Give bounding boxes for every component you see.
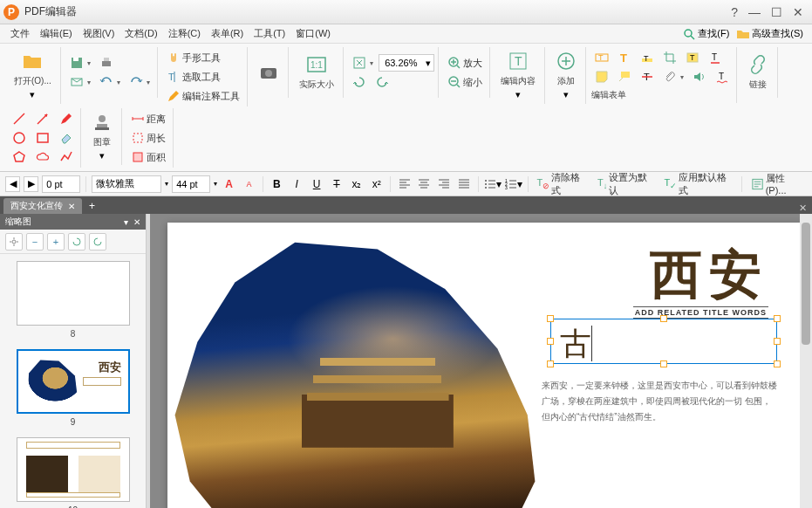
align-center-button[interactable] [416,175,433,193]
italic-button[interactable]: I [289,175,305,193]
menu-window[interactable]: 窗口(W) [290,27,336,40]
tab-close-button[interactable]: ✕ [68,202,75,211]
thumb-rotate-right-button[interactable] [89,233,106,251]
rect-button[interactable] [32,129,53,147]
rotate-left-button[interactable] [349,73,370,91]
menu-document[interactable]: 文档(D) [119,27,162,40]
apply-default-button[interactable]: T✓ 应用默认格式 [661,172,736,196]
superscript-button[interactable]: x² [368,175,385,193]
minimize-button[interactable]: — [748,5,761,19]
text-button[interactable]: T [614,49,635,66]
resize-handle-mr[interactable] [774,338,781,345]
print-button[interactable] [96,54,117,72]
font-grow-button[interactable]: A [221,175,237,193]
circle-button[interactable] [9,129,30,147]
note-button[interactable] [591,68,612,86]
indent-value-input[interactable] [42,175,80,193]
add-tab-button[interactable]: + [84,198,100,214]
area-button[interactable]: 面积 [127,148,169,166]
font-shrink-button[interactable]: A [241,175,257,193]
menu-view[interactable]: 视图(V) [78,27,120,40]
font-size-input[interactable] [172,175,210,193]
number-list-button[interactable]: 123▾ [505,175,522,193]
align-right-button[interactable] [436,175,453,193]
set-default-button[interactable]: T↓ 设置为默认 [594,172,658,196]
polyline-button[interactable] [56,148,77,166]
close-button[interactable]: ✕ [793,5,803,19]
resize-handle-br[interactable] [774,360,781,367]
open-button[interactable]: 打开(O)...▾ [9,49,57,102]
actual-size-button[interactable]: 1:1 实际大小 [294,52,339,93]
align-left-button[interactable] [396,175,413,193]
snapshot-button[interactable] [253,60,284,85]
document-page[interactable]: 西安 ADD RELATED TITLE WORDS 古 来西安，一定要来钟楼，… [167,223,803,508]
menu-tool[interactable]: 工具(T) [249,27,290,40]
find-button[interactable]: 查找(F) [679,27,733,41]
menu-file[interactable]: 文件 [5,27,35,40]
editing-textbox[interactable]: 古 [550,319,777,364]
resize-handle-bm[interactable] [660,360,667,367]
help-button[interactable]: ? [731,5,738,19]
highlight-button[interactable]: T [637,49,658,66]
bullet-list-button[interactable]: ▾ [484,175,502,193]
canvas[interactable]: 西安 ADD RELATED TITLE WORDS 古 来西安，一定要来钟楼，… [150,214,812,508]
vertical-scrollbar[interactable] [800,214,812,508]
menu-edit[interactable]: 编辑(E) [35,27,78,40]
thumbnail-9[interactable]: 西安 9 [7,349,139,427]
zoom-level-input[interactable]: ▾ [379,54,434,72]
text-field-button[interactable]: T [591,49,612,66]
clear-format-button[interactable]: T⊘ 清除格式 [534,172,590,196]
sidebar-menu-button[interactable]: ▾ [124,217,128,227]
line-button[interactable] [9,110,30,127]
resize-handle-bl[interactable] [547,360,554,367]
properties-button[interactable]: 属性(P)... [747,172,807,196]
adv-find-button[interactable]: 高级查找(S) [733,27,807,41]
indent-right-button[interactable]: ▶ [24,176,38,192]
subscript-button[interactable]: x₂ [348,175,365,193]
polygon-button[interactable] [9,148,30,166]
edit-comment-tool-button[interactable]: 编辑注释工具 [163,87,243,105]
menu-form[interactable]: 表单(R) [206,27,249,40]
scrollbar-thumb[interactable] [802,223,810,345]
email-button[interactable]: ▾ [66,73,94,91]
thumbnail-8[interactable]: 8 [7,261,139,339]
cloud-button[interactable] [32,148,53,166]
zoom-out-button[interactable]: 缩小 [444,73,486,91]
resize-handle-tl[interactable] [547,315,554,322]
squiggly-button[interactable]: T [712,68,733,86]
thumb-settings-button[interactable] [5,233,23,251]
edit-content-button[interactable]: T 编辑内容▾ [495,49,541,102]
links-button[interactable]: 链接 [742,52,774,93]
resize-handle-tm[interactable] [660,315,667,322]
menu-comment[interactable]: 注释(C) [163,27,206,40]
distance-button[interactable]: 距离 [127,110,169,127]
text-box-button[interactable]: T [682,49,703,66]
sound-button[interactable] [689,68,710,86]
thumb-zoom-out-button[interactable]: − [26,233,44,251]
sidebar-close-button[interactable]: ✕ [133,217,140,227]
resize-handle-tr[interactable] [774,315,781,322]
strike-button[interactable]: T [329,175,345,193]
thumbnails-list[interactable]: 8 西安 9 10 [0,254,146,508]
add-button[interactable]: 添加▾ [550,49,582,102]
align-justify-button[interactable] [456,175,473,193]
thumbnail-10[interactable]: 10 [7,437,139,508]
crop-button[interactable] [659,49,680,66]
resize-handle-ml[interactable] [547,338,554,345]
font-name-input[interactable] [92,175,161,193]
rotate-right-button[interactable] [372,73,392,91]
callout-button[interactable] [614,68,635,86]
perimeter-button[interactable]: 周长 [127,129,169,147]
pencil-draw-button[interactable] [56,110,77,127]
thumb-rotate-left-button[interactable] [68,233,85,251]
zoom-in-button[interactable]: 放大 [444,54,486,72]
thumb-zoom-in-button[interactable]: + [47,233,65,251]
indent-left-button[interactable]: ◀ [5,176,20,192]
arrow-button[interactable] [32,110,53,127]
underline-tool-button[interactable]: T [705,49,726,66]
strikeout-button[interactable]: T [637,68,658,86]
eraser-button[interactable] [56,129,77,147]
save-button[interactable]: ▾ [66,54,94,72]
stamp-button[interactable]: 图章▾ [86,110,118,163]
underline-button[interactable]: U [309,175,325,193]
